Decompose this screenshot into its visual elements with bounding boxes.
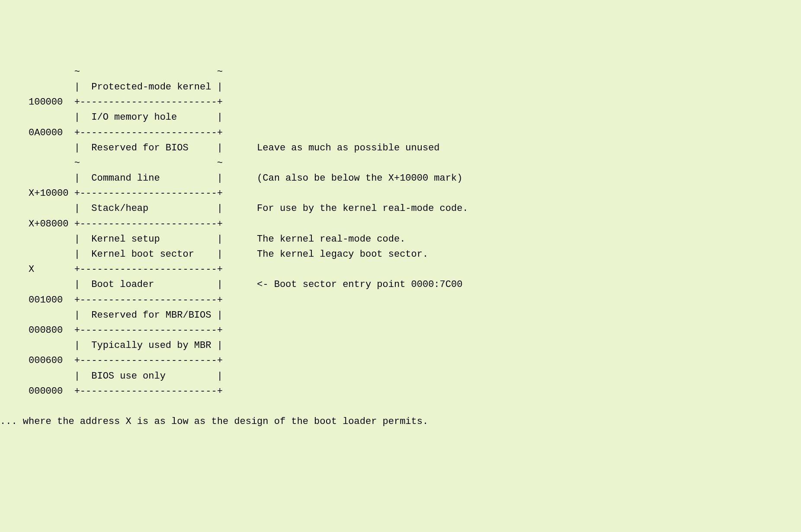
diagram-text: ~ ~ | Protected-mode kernel | 100000 +--… <box>0 67 468 427</box>
memory-map-diagram: ~ ~ | Protected-mode kernel | 100000 +--… <box>0 61 801 430</box>
